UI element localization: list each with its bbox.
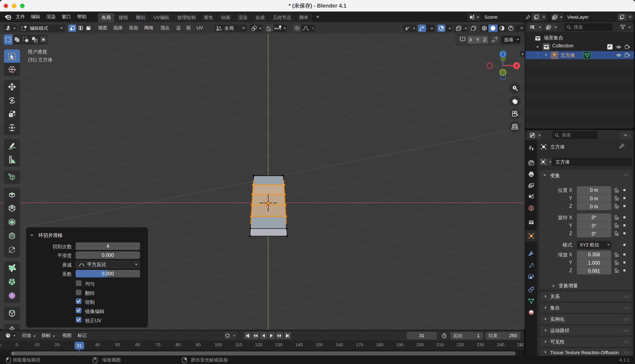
svg-text:Z: Z xyxy=(502,52,504,56)
svg-text:X: X xyxy=(515,64,518,68)
